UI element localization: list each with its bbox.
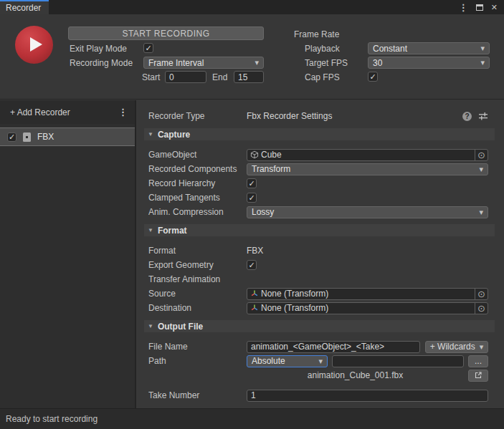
- object-picker-icon[interactable]: ⊙: [475, 289, 488, 299]
- export-geometry-row: Export Geometry ✓: [148, 258, 488, 272]
- destination-row: Destination None (Transform) ⊙: [148, 301, 488, 315]
- section-header-capture[interactable]: ▼ Capture: [144, 128, 495, 140]
- recorded-components-value: Transform: [252, 164, 290, 174]
- maximize-icon[interactable]: [476, 4, 483, 11]
- start-recording-button[interactable]: START RECORDING: [68, 26, 264, 40]
- source-field[interactable]: None (Transform) ⊙: [247, 288, 488, 300]
- recorder-toolbar: START RECORDING Exit Play Mode ✓ Recordi…: [0, 14, 504, 100]
- chevron-down-icon: ▾: [250, 59, 259, 67]
- destination-field[interactable]: None (Transform) ⊙: [247, 302, 488, 314]
- anim-compression-value: Lossy: [252, 207, 274, 217]
- source-label: Source: [148, 289, 247, 299]
- playback-label: Playback: [305, 43, 340, 54]
- file-name-input[interactable]: [247, 341, 420, 353]
- clamped-tangents-row: Clamped Tangents ✓: [148, 191, 488, 205]
- start-frame-input[interactable]: [165, 71, 206, 83]
- check-icon: ✓: [248, 261, 255, 269]
- cap-fps-label: Cap FPS: [305, 72, 340, 83]
- check-icon: ✓: [248, 194, 255, 202]
- take-number-label: Take Number: [148, 390, 247, 400]
- object-picker-icon[interactable]: ⊙: [475, 150, 488, 160]
- path-label: Path: [148, 356, 247, 366]
- window-controls: ⋮ ✕: [459, 0, 504, 14]
- add-recorder-button[interactable]: + Add Recorder: [10, 107, 70, 117]
- file-name-label: File Name: [148, 342, 247, 352]
- record-hierarchy-checkbox[interactable]: ✓: [247, 178, 257, 188]
- window-menu-icon[interactable]: ⋮: [459, 3, 468, 12]
- record-hierarchy-label: Record Hierarchy: [148, 178, 247, 188]
- recorded-components-dropdown[interactable]: Transform ▾: [247, 163, 488, 175]
- clamped-tangents-label: Clamped Tangents: [148, 193, 247, 203]
- format-value: FBX: [247, 246, 263, 256]
- anim-compression-row: Anim. Compression Lossy ▾: [148, 205, 488, 219]
- record-button[interactable]: [15, 26, 53, 64]
- gameobject-label: GameObject: [148, 150, 247, 160]
- source-row: Source None (Transform) ⊙: [148, 286, 488, 301]
- take-number-row: Take Number: [148, 388, 488, 403]
- recorder-enabled-checkbox[interactable]: ✓: [7, 132, 16, 142]
- tab-recorder[interactable]: Recorder: [0, 0, 49, 14]
- object-picker-icon[interactable]: ⊙: [475, 303, 488, 314]
- exit-play-mode-checkbox[interactable]: ✓: [143, 43, 153, 53]
- output-file-preview: animation_Cube_001.fbx: [247, 370, 464, 380]
- target-fps-value: 30: [373, 58, 382, 68]
- frame-rate-label: Frame Rate: [294, 29, 339, 40]
- status-text: Ready to start recording: [6, 414, 98, 424]
- recorder-type-value: Fbx Recorder Settings: [247, 111, 332, 121]
- preset-icon[interactable]: [478, 112, 488, 120]
- playback-dropdown[interactable]: Constant ▾: [368, 42, 490, 54]
- play-icon: [30, 37, 42, 52]
- section-header-format[interactable]: ▼ Format: [144, 224, 495, 236]
- chevron-down-icon: ▾: [314, 357, 323, 365]
- source-value: None (Transform): [261, 289, 328, 299]
- recorder-list-header: + Add Recorder ⋮: [0, 100, 135, 124]
- foldout-open-icon: ▼: [148, 132, 153, 138]
- gameobject-value: Cube: [261, 150, 282, 160]
- recording-mode-label: Recording Mode: [70, 57, 133, 69]
- take-number-input[interactable]: [247, 390, 488, 402]
- status-bar: Ready to start recording: [0, 408, 504, 429]
- path-input[interactable]: [332, 355, 464, 367]
- recording-mode-dropdown[interactable]: Frame Interval ▾: [143, 57, 264, 69]
- destination-label: Destination: [148, 303, 247, 313]
- target-fps-dropdown[interactable]: 30 ▾: [368, 57, 490, 69]
- file-name-row: File Name + Wildcards ▾: [148, 339, 488, 354]
- anim-compression-dropdown[interactable]: Lossy ▾: [247, 206, 488, 218]
- section-title: Capture: [158, 130, 190, 140]
- recorded-components-label: Recorded Components: [148, 164, 247, 174]
- foldout-open-icon: ▼: [148, 228, 153, 233]
- foldout-open-icon: ▼: [148, 324, 153, 329]
- start-frame-label: Start: [142, 72, 160, 83]
- destination-value: None (Transform): [261, 303, 328, 313]
- clamped-tangents-checkbox[interactable]: ✓: [247, 193, 257, 203]
- open-output-button[interactable]: [468, 370, 488, 382]
- help-icon[interactable]: ?: [462, 112, 472, 121]
- check-icon: ✓: [248, 180, 255, 188]
- browse-label: ...: [475, 356, 482, 366]
- end-frame-input[interactable]: [234, 71, 264, 83]
- recorder-item-label: FBX: [37, 132, 54, 142]
- path-mode-value: Absolute: [252, 356, 285, 366]
- path-mode-dropdown[interactable]: Absolute ▾: [247, 355, 328, 367]
- recorder-list-panel: + Add Recorder ⋮ ✓ FBX: [0, 100, 136, 408]
- close-icon[interactable]: ✕: [491, 4, 498, 11]
- transform-icon: [250, 304, 259, 312]
- export-geometry-label: Export Geometry: [148, 260, 247, 270]
- recorder-settings-panel: Recorder Type Fbx Recorder Settings ?: [136, 100, 504, 408]
- check-icon: ✓: [9, 133, 15, 141]
- anim-compression-label: Anim. Compression: [148, 207, 247, 217]
- cap-fps-checkbox[interactable]: ✓: [368, 72, 378, 82]
- wildcards-button[interactable]: + Wildcards ▾: [425, 341, 488, 353]
- recorder-list-menu-icon[interactable]: ⋮: [118, 107, 128, 117]
- recorder-list-item-fbx[interactable]: ✓ FBX: [0, 127, 135, 146]
- gameobject-field[interactable]: Cube ⊙: [247, 149, 488, 161]
- section-header-output-file[interactable]: ▼ Output File: [144, 320, 495, 332]
- export-geometry-checkbox[interactable]: ✓: [247, 260, 257, 270]
- chevron-down-icon: ▾: [476, 44, 485, 52]
- format-label: Format: [148, 246, 247, 256]
- recorder-type-row: Recorder Type Fbx Recorder Settings ?: [148, 109, 488, 123]
- recorder-window: Recorder ⋮ ✕ START RECORDING Exit Play M…: [0, 0, 504, 429]
- tab-title: Recorder: [6, 3, 41, 13]
- browse-button[interactable]: ...: [468, 355, 488, 367]
- end-frame-label: End: [212, 72, 227, 83]
